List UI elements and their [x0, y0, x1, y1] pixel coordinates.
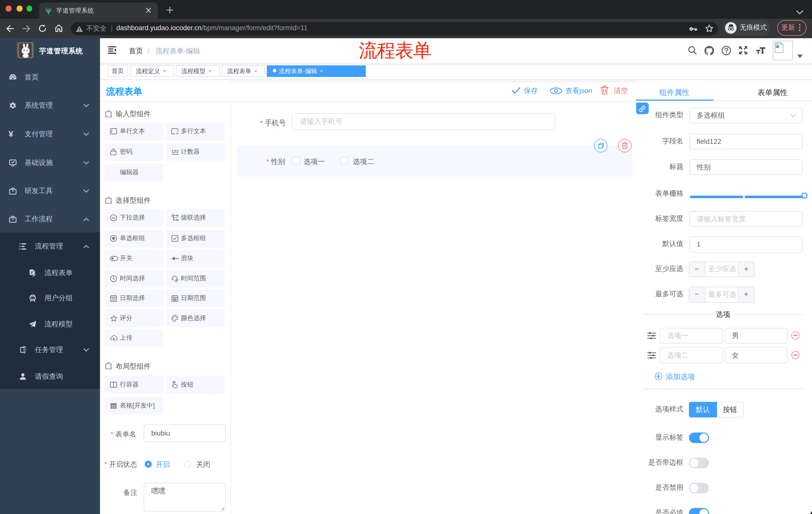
svg-text:123: 123 — [171, 149, 178, 154]
